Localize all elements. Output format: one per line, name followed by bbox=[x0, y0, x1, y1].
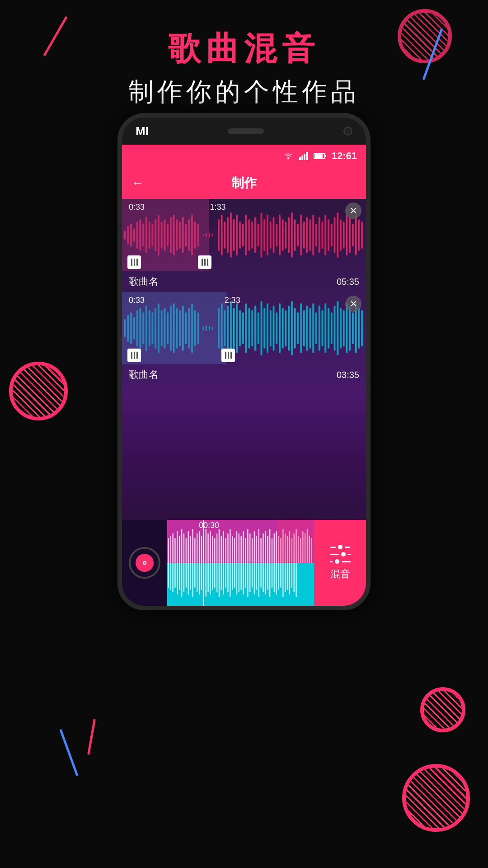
mix-button[interactable]: 混音 bbox=[314, 520, 366, 606]
svg-point-166 bbox=[144, 562, 145, 564]
app-subtitle: 制作你的个性作品 bbox=[0, 75, 488, 109]
svg-rect-145 bbox=[310, 308, 311, 349]
player-cyan-track bbox=[167, 563, 314, 606]
svg-rect-47 bbox=[249, 219, 250, 251]
svg-rect-181 bbox=[199, 531, 200, 563]
svg-rect-66 bbox=[306, 217, 308, 253]
track-2-close-button[interactable]: ✕ bbox=[345, 296, 361, 312]
svg-rect-272 bbox=[254, 563, 255, 594]
svg-rect-182 bbox=[201, 536, 202, 563]
svg-rect-191 bbox=[221, 536, 222, 563]
svg-rect-78 bbox=[343, 222, 345, 249]
phone-speaker bbox=[228, 128, 264, 134]
svg-rect-267 bbox=[243, 563, 244, 594]
svg-rect-252 bbox=[210, 563, 211, 594]
svg-rect-200 bbox=[241, 536, 242, 563]
svg-rect-176 bbox=[188, 531, 189, 563]
svg-rect-259 bbox=[225, 563, 226, 588]
svg-rect-234 bbox=[170, 563, 171, 590]
track-1-close-button[interactable]: ✕ bbox=[345, 203, 361, 219]
svg-rect-120 bbox=[233, 308, 235, 349]
player-timeline[interactable] bbox=[167, 520, 314, 606]
track-1-name: 歌曲名 bbox=[129, 275, 159, 288]
svg-rect-154 bbox=[337, 301, 338, 355]
svg-rect-195 bbox=[230, 529, 230, 563]
phone-camera bbox=[343, 127, 352, 136]
svg-rect-149 bbox=[322, 310, 324, 346]
svg-rect-48 bbox=[251, 222, 253, 249]
svg-rect-56 bbox=[276, 224, 277, 246]
svg-rect-1 bbox=[299, 157, 301, 160]
svg-rect-3 bbox=[304, 154, 305, 160]
svg-rect-190 bbox=[219, 529, 220, 563]
svg-rect-244 bbox=[192, 563, 193, 597]
svg-rect-260 bbox=[227, 563, 228, 592]
player-pink-track bbox=[167, 520, 314, 563]
svg-rect-171 bbox=[177, 531, 178, 563]
track-2-info: 歌曲名 03:35 bbox=[122, 364, 366, 385]
track-2-handle-right[interactable] bbox=[221, 349, 235, 362]
svg-rect-45 bbox=[242, 224, 244, 246]
svg-rect-277 bbox=[265, 563, 266, 594]
track-1-section: 0:33 1:33 ✕ bbox=[122, 199, 366, 292]
svg-rect-184 bbox=[206, 529, 206, 563]
svg-rect-157 bbox=[346, 303, 348, 353]
mix-icon bbox=[330, 545, 351, 564]
svg-rect-275 bbox=[260, 563, 261, 588]
svg-rect-168 bbox=[170, 536, 171, 563]
svg-rect-76 bbox=[337, 212, 338, 258]
track-2-waveform: 0:33 2:33 ✕ bbox=[122, 292, 366, 364]
player-play-button[interactable] bbox=[129, 547, 160, 579]
svg-rect-242 bbox=[188, 563, 189, 594]
track-1-handle-left[interactable] bbox=[127, 255, 141, 269]
svg-rect-155 bbox=[340, 308, 342, 349]
svg-rect-264 bbox=[236, 563, 237, 594]
svg-rect-208 bbox=[258, 529, 259, 563]
svg-rect-211 bbox=[265, 531, 266, 563]
svg-rect-236 bbox=[174, 563, 175, 588]
svg-rect-75 bbox=[334, 217, 336, 253]
svg-rect-136 bbox=[282, 308, 284, 349]
track-2-handle-left[interactable] bbox=[127, 349, 141, 362]
svg-rect-262 bbox=[232, 563, 233, 590]
svg-rect-64 bbox=[300, 215, 302, 255]
svg-rect-123 bbox=[242, 312, 244, 344]
track-2-waveform-svg bbox=[122, 292, 366, 364]
svg-rect-41 bbox=[230, 212, 232, 258]
track-1-handle-right[interactable] bbox=[198, 255, 211, 269]
svg-rect-119 bbox=[230, 301, 232, 355]
svg-rect-253 bbox=[212, 563, 213, 590]
svg-rect-50 bbox=[258, 224, 259, 246]
svg-rect-43 bbox=[236, 215, 238, 255]
svg-rect-148 bbox=[319, 306, 320, 351]
svg-rect-263 bbox=[234, 563, 235, 588]
svg-rect-248 bbox=[201, 563, 202, 590]
svg-point-0 bbox=[287, 157, 289, 159]
svg-rect-46 bbox=[245, 215, 247, 255]
svg-rect-36 bbox=[212, 234, 213, 236]
svg-rect-55 bbox=[273, 217, 275, 253]
svg-rect-82 bbox=[355, 215, 357, 255]
track-1-time-start: 0:33 bbox=[129, 203, 145, 212]
svg-rect-150 bbox=[324, 303, 326, 353]
svg-rect-185 bbox=[207, 533, 208, 563]
app-content: 0:33 1:33 ✕ bbox=[122, 199, 366, 606]
mi-logo: MI bbox=[136, 124, 149, 138]
back-button[interactable]: ← bbox=[131, 176, 144, 190]
svg-rect-80 bbox=[349, 217, 351, 253]
svg-rect-130 bbox=[263, 308, 265, 349]
bottom-player: 00:30 bbox=[122, 520, 366, 606]
svg-rect-170 bbox=[174, 538, 175, 563]
svg-rect-7 bbox=[314, 154, 323, 158]
svg-rect-175 bbox=[186, 538, 187, 563]
svg-rect-127 bbox=[254, 306, 256, 351]
svg-rect-278 bbox=[267, 563, 268, 590]
svg-rect-124 bbox=[245, 303, 247, 353]
svg-rect-143 bbox=[303, 310, 305, 346]
svg-rect-256 bbox=[219, 563, 220, 597]
svg-rect-194 bbox=[227, 533, 228, 563]
svg-rect-268 bbox=[245, 563, 246, 588]
svg-rect-79 bbox=[346, 215, 348, 255]
svg-rect-199 bbox=[239, 533, 239, 563]
svg-rect-118 bbox=[227, 306, 229, 351]
